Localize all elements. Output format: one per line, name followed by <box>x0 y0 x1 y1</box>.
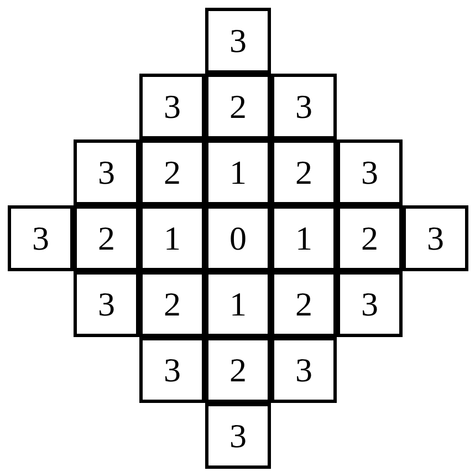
grid-cell: 0 <box>205 205 271 271</box>
grid-cell: 2 <box>337 205 403 271</box>
grid-cell: 2 <box>271 271 337 337</box>
grid-cell: 2 <box>205 337 271 403</box>
grid-cell: 1 <box>271 205 337 271</box>
grid-cell: 2 <box>74 205 139 271</box>
grid-cell: 3 <box>403 205 468 271</box>
grid-cell: 3 <box>205 403 271 469</box>
grid-cell: 1 <box>139 205 205 271</box>
grid-cell: 2 <box>205 74 271 139</box>
distance-grid-diagram: 3323321233210123321233233 <box>0 0 475 476</box>
grid-cell: 3 <box>139 337 205 403</box>
grid-cell: 2 <box>139 271 205 337</box>
grid-cell: 3 <box>337 271 403 337</box>
grid-cell: 2 <box>139 139 205 205</box>
grid-cell: 1 <box>205 139 271 205</box>
grid-cell: 1 <box>205 271 271 337</box>
grid-cell: 3 <box>271 337 337 403</box>
grid-cell: 3 <box>337 139 403 205</box>
grid-cell: 3 <box>8 205 74 271</box>
grid-cell: 3 <box>74 271 139 337</box>
grid-cell: 3 <box>271 74 337 139</box>
grid-cell: 3 <box>139 74 205 139</box>
grid-cell: 3 <box>74 139 139 205</box>
grid-cell: 3 <box>205 8 271 74</box>
grid-cell: 2 <box>271 139 337 205</box>
